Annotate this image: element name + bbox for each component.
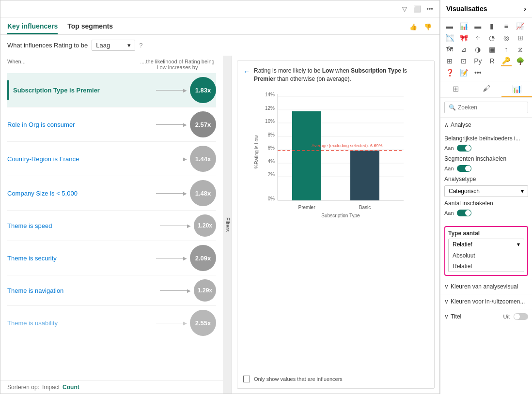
bar-premier[interactable] xyxy=(292,111,321,200)
search-input[interactable] xyxy=(458,104,531,111)
smart-narrative-icon[interactable]: 📝 xyxy=(458,67,469,78)
sidebar-title: Visualisaties xyxy=(446,5,487,13)
treemap-icon[interactable]: ⊞ xyxy=(515,32,526,43)
list-item[interactable]: Theme is security 2.09x xyxy=(7,241,216,275)
belangrijkste-label: Belangrijkste beïnvloeders i... xyxy=(444,134,528,143)
belangrijkste-toggle-label: Aan xyxy=(444,145,454,151)
kpi-icon[interactable]: ↑ xyxy=(501,44,512,55)
table-icon[interactable]: ⊞ xyxy=(444,56,455,66)
kleuren-inuit-header[interactable]: ∨ Kleuren voor in-/uitzoomen... xyxy=(440,294,532,309)
funnel-icon[interactable]: ⊿ xyxy=(458,44,469,55)
chart-bottom: Only show values that are influencers xyxy=(243,372,428,382)
tab-analytics[interactable]: 📊 xyxy=(501,81,532,97)
chevron-down-icon: ▾ xyxy=(521,188,524,195)
bar-chart-icon[interactable]: ▬ xyxy=(444,21,455,31)
key-influencers-icon[interactable]: 🔑 xyxy=(501,56,512,66)
search-icon: 🔍 xyxy=(449,104,456,111)
column-headers: When... ....the likelihood of Rating bei… xyxy=(0,56,223,73)
more-icon[interactable]: ••• xyxy=(425,4,435,14)
sidebar-header: Visualisaties › xyxy=(440,0,532,18)
card-icon[interactable]: ▣ xyxy=(486,44,497,55)
list-item[interactable]: Theme is speed 1.20x xyxy=(7,211,216,241)
top-bar-icons: ▽ ⬜ ••• xyxy=(400,4,435,14)
analysetype-dropdown[interactable]: Categorisch ▾ xyxy=(444,185,528,197)
kleuren-analyse-header[interactable]: ∨ Kleuren van analysevisual xyxy=(440,279,532,294)
tab-format[interactable]: 🖌 xyxy=(471,81,501,97)
viz-grid: ▬ 📊 ▬ ▮ ≡ 📈 📉 🎀 ⁘ ◔ ◎ ⊞ 🗺 ⊿ ◑ ▣ ↑ ⧖ ⊞ ⊡ … xyxy=(440,18,532,81)
svg-text:Subscription Type: Subscription Type xyxy=(321,213,360,218)
slicer-icon[interactable]: ⧖ xyxy=(515,44,526,55)
aantal-toggle[interactable] xyxy=(457,210,471,216)
titel-section: ∨ Titel Uit xyxy=(440,309,532,324)
arrow-line xyxy=(151,258,190,258)
filters-strip[interactable]: Filters xyxy=(223,56,232,394)
aantal-toggle-row: Aan xyxy=(444,210,528,216)
bar-basic[interactable] xyxy=(350,151,379,200)
expand-icon[interactable]: ⬜ xyxy=(412,4,422,14)
tab-key-influencers[interactable]: Key influencers xyxy=(7,22,58,34)
sidebar-chevron-right-icon[interactable]: › xyxy=(524,5,526,13)
only-influencers-checkbox[interactable] xyxy=(243,376,250,382)
detail-panel: ← Rating is more likely to be Low when S… xyxy=(237,61,435,389)
ribbon-chart-icon[interactable]: 🎀 xyxy=(458,32,469,43)
scatter-icon[interactable]: ⁘ xyxy=(472,32,483,43)
list-item[interactable]: Country-Region is France 1.44x xyxy=(7,142,216,176)
analyse-header[interactable]: ∧ Analyse xyxy=(440,118,532,132)
thumbs-down-icon[interactable]: 👎 xyxy=(423,22,433,31)
stacked-bar-icon[interactable]: ▬ xyxy=(472,21,483,31)
list-item[interactable]: Role in Org is consumer 2.57x xyxy=(7,107,216,142)
svg-text:0%: 0% xyxy=(268,196,275,201)
checkbox-label: Only show values that are influencers xyxy=(254,376,343,382)
tab-top-segments[interactable]: Top segments xyxy=(67,22,113,34)
python-icon[interactable]: Py xyxy=(472,56,483,66)
list-item[interactable]: Theme is usability 2.55x xyxy=(7,306,216,340)
kleuren-inuit-label: Kleuren voor in-/uitzoomen... xyxy=(451,298,525,305)
content-area: When... ....the likelihood of Rating bei… xyxy=(0,56,439,394)
svg-text:6%: 6% xyxy=(268,145,275,151)
map-icon[interactable]: 🗺 xyxy=(444,44,455,55)
back-arrow[interactable]: ← xyxy=(243,67,250,77)
list-item[interactable]: Theme is navigation 1.29x xyxy=(7,275,216,306)
column-chart-icon[interactable]: 📊 xyxy=(458,21,469,31)
belangrijkste-toggle-row: Aan xyxy=(444,145,528,152)
main-panel: ▽ ⬜ ••• Key influencers Top segments 👍 👎… xyxy=(0,0,440,394)
filter-label: What influences Rating to be xyxy=(7,42,88,49)
sort-count[interactable]: Count xyxy=(63,384,79,391)
r-visual-icon[interactable]: R xyxy=(486,56,497,66)
type-aantal-selected[interactable]: Relatief ▾ xyxy=(449,239,524,250)
more-icons-icon[interactable]: ••• xyxy=(472,67,483,78)
pie-chart-icon[interactable]: ◔ xyxy=(486,32,497,43)
option-relatief[interactable]: Relatief xyxy=(449,261,524,272)
svg-text:Premier: Premier xyxy=(298,205,315,210)
matrix-icon[interactable]: ⊡ xyxy=(458,56,469,66)
list-item[interactable]: Subscription Type is Premier 1.83x xyxy=(7,73,216,107)
influencer-bubble: 2.57x xyxy=(190,111,216,137)
clustered-bar-icon[interactable]: ≡ xyxy=(501,21,512,31)
segmenten-toggle-label: Aan xyxy=(444,166,454,171)
filter-icon[interactable]: ▽ xyxy=(400,4,409,14)
donut-chart-icon[interactable]: ◎ xyxy=(501,32,512,43)
help-icon[interactable]: ? xyxy=(139,42,142,49)
rating-dropdown[interactable]: Laag ▾ xyxy=(92,40,135,51)
segmenten-toggle[interactable] xyxy=(457,165,471,172)
arrow-line xyxy=(151,124,190,125)
gauge-icon[interactable]: ◑ xyxy=(472,44,483,55)
belangrijkste-toggle[interactable] xyxy=(457,145,471,152)
stacked-col-icon[interactable]: ▮ xyxy=(486,21,497,31)
arrow-line xyxy=(155,226,194,226)
list-item[interactable]: Company Size is < 5,000 1.48x xyxy=(7,176,216,211)
influencer-label: Role in Org is consumer xyxy=(7,121,151,128)
line-chart-icon[interactable]: 📈 xyxy=(515,21,526,31)
thumbs-up-icon[interactable]: 👍 xyxy=(408,22,418,31)
chevron-down-icon: ▾ xyxy=(517,241,520,248)
sort-impact[interactable]: Impact xyxy=(42,384,60,391)
titel-header[interactable]: ∨ Titel Uit xyxy=(440,309,532,324)
arrow-line xyxy=(151,90,190,91)
qna-icon[interactable]: ❓ xyxy=(444,67,455,78)
tab-fields[interactable]: ⊞ xyxy=(440,81,471,97)
option-absoluut[interactable]: Absoluut xyxy=(449,250,524,261)
titel-toggle[interactable] xyxy=(514,313,528,320)
sort-bar: Sorteren op: Impact Count xyxy=(0,380,223,394)
decomp-tree-icon[interactable]: 🌳 xyxy=(515,56,526,66)
area-chart-icon[interactable]: 📉 xyxy=(444,32,455,43)
